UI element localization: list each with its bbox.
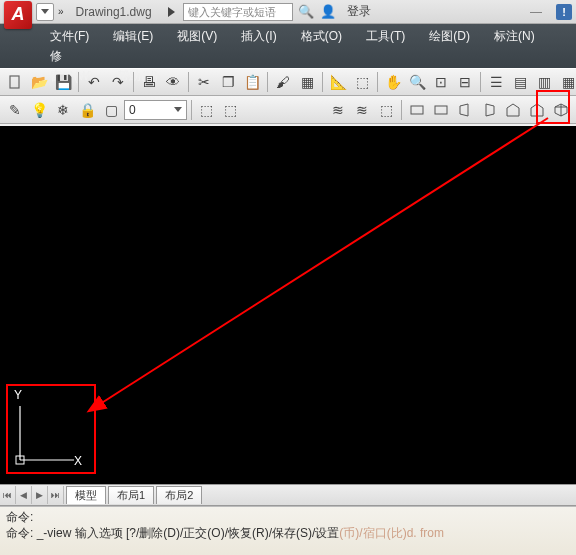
menu-view[interactable]: 视图(V) bbox=[165, 26, 229, 46]
filename-label: Drawing1.dwg bbox=[68, 5, 160, 19]
calc-button[interactable]: ▦ bbox=[557, 71, 576, 93]
svg-rect-2 bbox=[435, 106, 447, 114]
watermark-text: from bbox=[420, 526, 444, 540]
view-left-button[interactable] bbox=[454, 99, 476, 121]
menu-edit[interactable]: 编辑(E) bbox=[101, 26, 165, 46]
view-layer3-button[interactable]: ⬚ bbox=[375, 99, 397, 121]
undo-button[interactable]: ↶ bbox=[83, 71, 105, 93]
layer-uniso-button[interactable]: ⬚ bbox=[220, 99, 242, 121]
ucs-icon: Y X bbox=[6, 384, 96, 474]
user-icon[interactable]: 👤 bbox=[319, 3, 337, 21]
qselect-button[interactable]: ⬚ bbox=[351, 71, 373, 93]
layer-current: 0 bbox=[129, 103, 136, 117]
app-logo[interactable]: A bbox=[4, 1, 32, 29]
menu-file[interactable]: 文件(F) bbox=[38, 26, 101, 46]
save-button[interactable]: 💾 bbox=[52, 71, 74, 93]
menu-format[interactable]: 格式(O) bbox=[289, 26, 354, 46]
menu-draw[interactable]: 绘图(D) bbox=[417, 26, 482, 46]
cmd-current-line: 命令: _-view 输入选项 [?/删除(D)/正交(O)/恢复(R)/保存(… bbox=[6, 525, 570, 541]
menu-tools[interactable]: 工具(T) bbox=[354, 26, 417, 46]
svg-rect-1 bbox=[411, 106, 423, 114]
view-iso-button[interactable] bbox=[550, 99, 572, 121]
drawing-canvas[interactable]: Y X bbox=[0, 126, 576, 484]
menu-modify[interactable]: 修 bbox=[38, 46, 74, 66]
toolbar-layers: ✎ 💡 ❄ 🔒 ▢ 0 ⬚ ⬚ ≋ ≋ ⬚ bbox=[0, 96, 576, 124]
redo-button[interactable]: ↷ bbox=[107, 71, 129, 93]
zoom-prev-button[interactable]: ⊟ bbox=[454, 71, 476, 93]
layout-tabs: ⏮ ◀ ▶ ⏭ 模型 布局1 布局2 bbox=[0, 484, 576, 506]
watermark-text: (币)/宿口(比)d. bbox=[339, 526, 416, 540]
svg-rect-0 bbox=[10, 76, 19, 88]
view-bottom-button[interactable] bbox=[430, 99, 452, 121]
copy-button[interactable]: ❐ bbox=[217, 71, 239, 93]
cut-button[interactable]: ✂ bbox=[193, 71, 215, 93]
plot-preview-button[interactable]: 👁 bbox=[162, 71, 184, 93]
measure-button[interactable]: 📐 bbox=[327, 71, 349, 93]
view-front-button[interactable] bbox=[502, 99, 524, 121]
paste-button[interactable]: 📋 bbox=[241, 71, 263, 93]
layer-combo[interactable]: 0 bbox=[124, 100, 187, 120]
layer-color-icon[interactable]: ▢ bbox=[100, 99, 122, 121]
block-button[interactable]: ▦ bbox=[296, 71, 318, 93]
layer-freeze-icon[interactable]: ❄ bbox=[52, 99, 74, 121]
match-props-button[interactable]: 🖌 bbox=[272, 71, 294, 93]
menu-insert[interactable]: 插入(I) bbox=[229, 26, 288, 46]
tool-palette-button[interactable]: ▥ bbox=[533, 71, 555, 93]
tab-nav-last[interactable]: ⏭ bbox=[48, 486, 64, 504]
minimize-icon[interactable]: — bbox=[524, 5, 548, 19]
layer-props-button[interactable]: ✎ bbox=[4, 99, 26, 121]
search-input[interactable]: 键入关键字或短语 bbox=[183, 3, 293, 21]
login-button[interactable]: 登录 bbox=[341, 3, 377, 20]
sheet-button[interactable]: ▤ bbox=[509, 71, 531, 93]
open-button[interactable]: 📂 bbox=[28, 71, 50, 93]
search-icon[interactable]: 🔍 bbox=[297, 3, 315, 21]
cmd-history-line: 命令: bbox=[6, 509, 570, 525]
layer-lock-icon[interactable]: 🔒 bbox=[76, 99, 98, 121]
zoom-window-button[interactable]: ⊡ bbox=[430, 71, 452, 93]
title-bar: A » Drawing1.dwg 键入关键字或短语 🔍 👤 登录 — ! bbox=[0, 0, 576, 24]
view-top-button[interactable] bbox=[406, 99, 428, 121]
properties-button[interactable]: ☰ bbox=[485, 71, 507, 93]
view-back-button[interactable] bbox=[526, 99, 548, 121]
chevron-down-icon bbox=[41, 9, 49, 14]
new-button[interactable] bbox=[4, 71, 26, 93]
qat-dropdown[interactable] bbox=[36, 3, 54, 21]
menu-bar: 文件(F) 编辑(E) 视图(V) 插入(I) 格式(O) 工具(T) 绘图(D… bbox=[0, 24, 576, 68]
view-layer1-button[interactable]: ≋ bbox=[327, 99, 349, 121]
tab-layout1[interactable]: 布局1 bbox=[108, 486, 154, 504]
menu-annotate[interactable]: 标注(N) bbox=[482, 26, 547, 46]
ucs-axes bbox=[12, 398, 82, 468]
zoom-button[interactable]: 🔍 bbox=[406, 71, 428, 93]
tab-nav-prev[interactable]: ◀ bbox=[16, 486, 32, 504]
tab-nav-first[interactable]: ⏮ bbox=[0, 486, 16, 504]
chevron-down-icon bbox=[174, 107, 182, 112]
view-layer2-button[interactable]: ≋ bbox=[351, 99, 373, 121]
tab-model[interactable]: 模型 bbox=[66, 486, 106, 504]
print-button[interactable]: 🖶 bbox=[138, 71, 160, 93]
pan-button[interactable]: ✋ bbox=[382, 71, 404, 93]
breadcrumb-indicator: » bbox=[58, 6, 64, 17]
layer-iso-button[interactable]: ⬚ bbox=[196, 99, 218, 121]
play-icon[interactable] bbox=[168, 7, 175, 17]
layer-state-icon[interactable]: 💡 bbox=[28, 99, 50, 121]
toolbar-main: 📂 💾 ↶ ↷ 🖶 👁 ✂ ❐ 📋 🖌 ▦ 📐 ⬚ ✋ 🔍 ⊡ ⊟ ☰ ▤ ▥ … bbox=[0, 68, 576, 96]
tab-layout2[interactable]: 布局2 bbox=[156, 486, 202, 504]
tab-nav-next[interactable]: ▶ bbox=[32, 486, 48, 504]
info-icon[interactable]: ! bbox=[556, 4, 572, 20]
view-right-button[interactable] bbox=[478, 99, 500, 121]
command-line[interactable]: 命令: 命令: _-view 输入选项 [?/删除(D)/正交(O)/恢复(R)… bbox=[0, 506, 576, 555]
